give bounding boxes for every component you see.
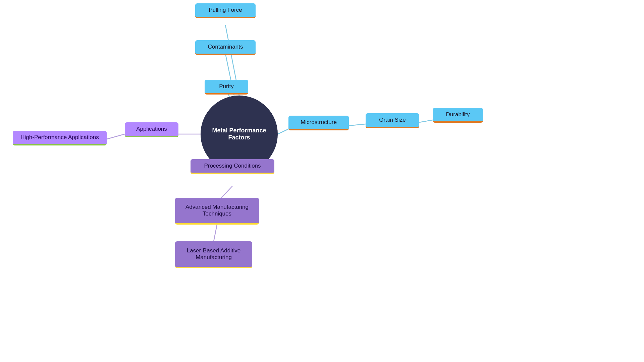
svg-line-4 [349,124,366,126]
durability-node[interactable]: Durability [433,108,483,123]
applications-label: Applications [136,126,167,132]
microstructure-node[interactable]: Microstructure [288,116,349,130]
mind-map-connections [0,0,644,362]
advanced-manufacturing-node[interactable]: Advanced Manufacturing Techniques [175,198,259,225]
pulling-force-node[interactable]: Pulling Force [195,3,256,18]
svg-line-5 [419,120,433,122]
svg-line-10 [214,225,217,241]
applications-node[interactable]: Applications [125,122,178,137]
processing-conditions-node[interactable]: Processing Conditions [191,159,274,174]
center-label: Metal Performance Factors [201,127,278,141]
grain-size-label: Grain Size [379,117,406,123]
purity-label: Purity [219,83,233,90]
microstructure-label: Microstructure [301,119,337,126]
high-performance-node[interactable]: High-Performance Applications [13,131,107,145]
svg-line-3 [278,129,288,134]
svg-line-9 [221,186,232,198]
grain-size-node[interactable]: Grain Size [366,113,419,128]
pulling-force-label: Pulling Force [209,7,242,13]
laser-based-label: Laser-Based Additive Manufacturing [180,247,247,261]
advanced-manufacturing-label: Advanced Manufacturing Techniques [180,204,254,217]
purity-node[interactable]: Purity [205,80,248,95]
contaminants-node[interactable]: Contaminants [195,40,256,55]
contaminants-label: Contaminants [208,44,243,50]
high-performance-label: High-Performance Applications [20,134,99,141]
durability-label: Durability [446,111,470,118]
svg-line-7 [107,134,125,139]
processing-conditions-label: Processing Conditions [204,163,261,169]
laser-based-node[interactable]: Laser-Based Additive Manufacturing [175,241,252,268]
